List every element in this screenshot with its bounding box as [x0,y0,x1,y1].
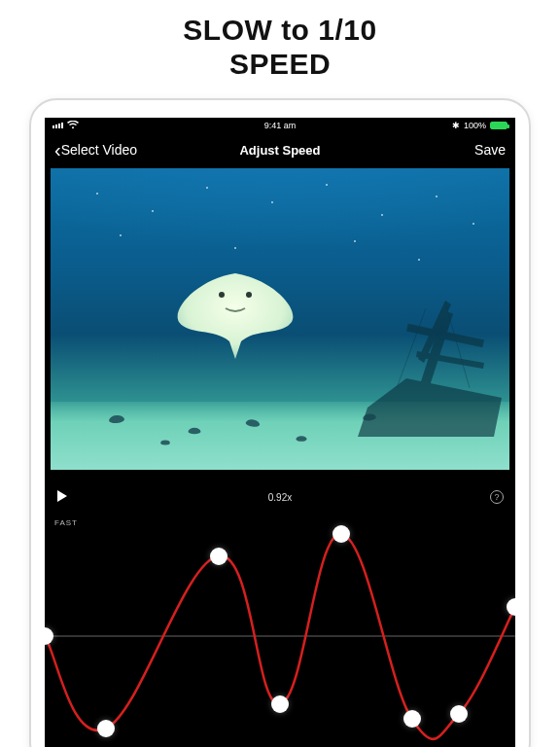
video-preview[interactable] [51,168,509,470]
play-button[interactable] [56,490,68,504]
battery-icon [490,122,508,129]
svg-point-8 [246,292,252,298]
svg-point-7 [219,292,225,298]
status-bar: 9:41 am ✱ 100% [45,118,515,133]
stingray [167,266,303,359]
speed-knob[interactable] [450,705,468,723]
speed-knob[interactable] [403,710,421,728]
svg-line-5 [397,308,426,388]
ipad-frame: 9:41 am ✱ 100% ‹ Select Video Adjust Spe… [29,98,531,747]
speed-knob[interactable] [332,525,350,543]
back-label: Select Video [61,142,137,158]
svg-line-6 [445,302,470,388]
shipwreck [299,281,504,437]
speed-curve[interactable] [45,515,515,747]
help-button[interactable]: ? [490,490,504,504]
svg-marker-9 [57,490,67,502]
speed-knob[interactable] [271,695,289,713]
promo-line1: SLOW to 1/10 [0,14,560,48]
app-screen: 9:41 am ✱ 100% ‹ Select Video Adjust Spe… [45,118,515,747]
speed-editor: 0.92x ? FAST SLOW [45,485,515,747]
chevron-left-icon: ‹ [54,140,61,160]
back-button[interactable]: ‹ Select Video [54,140,137,160]
promo-line2: SPEED [0,48,560,82]
svg-marker-0 [358,378,502,437]
nav-bar: ‹ Select Video Adjust Speed Save [45,133,515,166]
speed-knob[interactable] [210,548,228,565]
speed-knob[interactable] [97,720,115,737]
speed-readout: 0.92x [45,492,515,503]
save-button[interactable]: Save [474,142,506,158]
status-time: 9:41 am [45,121,515,130]
promo-heading: SLOW to 1/10 SPEED [0,0,560,98]
